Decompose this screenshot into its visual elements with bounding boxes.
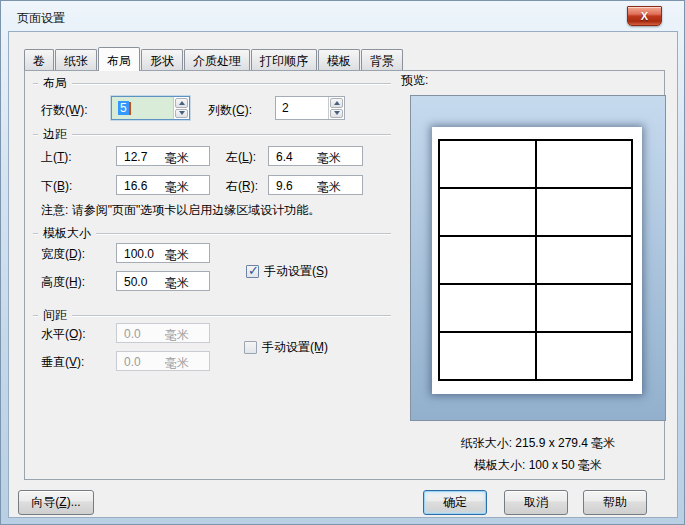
horizontal-spacing-field: 0.0 毫米 — [116, 323, 210, 343]
margins-group-header: 边距 — [33, 127, 391, 141]
tab-1[interactable]: 卷 — [24, 49, 54, 70]
left-margin-value: 6.4 — [276, 150, 293, 164]
preview-cell — [439, 284, 536, 332]
width-value: 100.0 — [124, 247, 154, 261]
width-label: 宽度(D̲): — [41, 246, 85, 263]
preview-cell — [439, 188, 536, 236]
preview-label: 预览: — [401, 72, 428, 89]
layout-group-title: 布局 — [38, 75, 72, 92]
preview-cell — [536, 188, 633, 236]
cancel-button[interactable]: 取消 — [504, 490, 568, 515]
unit-label: 毫米 — [317, 150, 341, 167]
note-text: 注意: 请参阅"页面"选项卡以启用边缘区域设计功能。 — [41, 202, 320, 219]
manual-template-size-checkbox[interactable]: ✓ — [246, 265, 259, 278]
height-field[interactable]: 50.0 毫米 — [116, 271, 210, 291]
group-divider-line — [72, 315, 391, 316]
manual-template-size-label: 手动设置(S̲) — [264, 263, 328, 280]
arrow-up-icon — [179, 101, 185, 105]
left-margin-field[interactable]: 6.4 毫米 — [268, 146, 363, 166]
right-margin-label: 右(R̲): — [226, 178, 258, 195]
wizard-button[interactable]: 向导(Z̲)... — [18, 490, 94, 515]
tab-3[interactable]: 布局 — [98, 47, 140, 71]
vertical-spacing-value: 0.0 — [124, 355, 141, 369]
manual-spacing-checkrow: 手动设置(M̲) — [244, 339, 328, 356]
top-margin-field[interactable]: 12.7 毫米 — [116, 146, 210, 166]
group-divider-line — [96, 233, 391, 234]
preview-cell — [536, 236, 633, 284]
rows-value: 5 — [118, 101, 129, 115]
right-margin-field[interactable]: 9.6 毫米 — [268, 175, 363, 195]
tab-page-layout: 布局 行数(W̲): 5 列数(C̲): 2 — [24, 70, 665, 480]
rows-label: 行数(W̲): — [41, 102, 88, 119]
tab-5[interactable]: 介质处理 — [184, 49, 250, 70]
spacing-group-title: 间距 — [38, 307, 72, 324]
top-margin-value: 12.7 — [124, 150, 147, 164]
manual-spacing-label: 手动设置(M̲) — [262, 339, 328, 356]
unit-label: 毫米 — [165, 150, 189, 167]
cols-value: 2 — [282, 101, 289, 115]
bottom-margin-field[interactable]: 16.6 毫米 — [116, 175, 210, 195]
preview-paper — [432, 127, 642, 394]
horizontal-spacing-label: 水平(O̲): — [41, 326, 86, 343]
group-divider-line — [72, 83, 391, 84]
preview-cell — [536, 140, 633, 188]
template-size-group-header: 模板大小 — [33, 226, 391, 240]
checkmark-icon: ✓ — [248, 263, 259, 278]
rows-stepper[interactable]: 5 — [111, 96, 190, 120]
bottom-margin-label: 下(B̲): — [41, 178, 72, 195]
titlebar[interactable]: 页面设置 X — [1, 1, 684, 31]
preview-panel — [410, 95, 666, 421]
tab-7[interactable]: 模板 — [318, 49, 360, 70]
unit-label: 毫米 — [165, 179, 189, 196]
tab-2[interactable]: 纸张 — [55, 49, 97, 70]
height-value: 50.0 — [124, 275, 147, 289]
unit-label: 毫米 — [165, 355, 189, 372]
dialog-body: 卷纸张布局形状介质处理打印顺序模板背景 布局 行数(W̲): 5 列数(C̲):… — [8, 31, 678, 518]
cols-spin-buttons — [328, 97, 344, 119]
spin-down-button[interactable] — [175, 109, 188, 119]
arrow-down-icon — [179, 111, 185, 115]
preview-cell — [439, 236, 536, 284]
page-setup-dialog: 页面设置 X 卷纸张布局形状介质处理打印顺序模板背景 布局 行数(W̲): 5 … — [0, 0, 685, 525]
tab-bar: 卷纸张布局形状介质处理打印顺序模板背景 — [24, 47, 404, 70]
cols-label: 列数(C̲): — [208, 102, 252, 119]
tab-8[interactable]: 背景 — [361, 49, 403, 70]
preview-cell — [536, 284, 633, 332]
tab-6[interactable]: 打印顺序 — [251, 49, 317, 70]
preview-cell — [439, 140, 536, 188]
unit-label: 毫米 — [317, 179, 341, 196]
right-margin-value: 9.6 — [276, 179, 293, 193]
vertical-spacing-label: 垂直(V̲): — [41, 354, 84, 371]
height-label: 高度(H̲): — [41, 274, 85, 291]
template-size-text: 模板大小: 100 x 50 毫米 — [410, 457, 666, 474]
horizontal-spacing-value: 0.0 — [124, 327, 141, 341]
tab-4[interactable]: 形状 — [141, 49, 183, 70]
preview-cell — [536, 332, 633, 380]
preview-grid — [438, 139, 633, 381]
rows-spin-buttons — [173, 97, 189, 119]
paper-size-text: 纸张大小: 215.9 x 279.4 毫米 — [410, 435, 666, 452]
ok-button[interactable]: 确定 — [423, 490, 487, 515]
spin-down-button[interactable] — [330, 109, 343, 119]
template-size-group-title: 模板大小 — [38, 225, 96, 242]
manual-template-size-checkrow: ✓ 手动设置(S̲) — [246, 263, 328, 280]
group-divider-line — [72, 134, 391, 135]
top-margin-label: 上(T̲): — [41, 149, 72, 166]
close-icon[interactable]: X — [627, 6, 662, 26]
unit-label: 毫米 — [165, 247, 189, 264]
width-field[interactable]: 100.0 毫米 — [116, 243, 210, 263]
text-caret — [129, 102, 131, 115]
cols-input[interactable]: 2 — [276, 97, 328, 119]
spin-up-button[interactable] — [330, 98, 343, 108]
preview-cell — [439, 332, 536, 380]
rows-input[interactable]: 5 — [112, 97, 173, 119]
arrow-up-icon — [334, 101, 340, 105]
arrow-down-icon — [334, 111, 340, 115]
cols-stepper[interactable]: 2 — [275, 96, 345, 120]
spin-up-button[interactable] — [175, 98, 188, 108]
manual-spacing-checkbox[interactable] — [244, 341, 257, 354]
help-button[interactable]: 帮助 — [583, 490, 647, 515]
spacing-group-header: 间距 — [33, 308, 391, 322]
vertical-spacing-field: 0.0 毫米 — [116, 351, 210, 371]
dialog-title: 页面设置 — [17, 10, 65, 27]
